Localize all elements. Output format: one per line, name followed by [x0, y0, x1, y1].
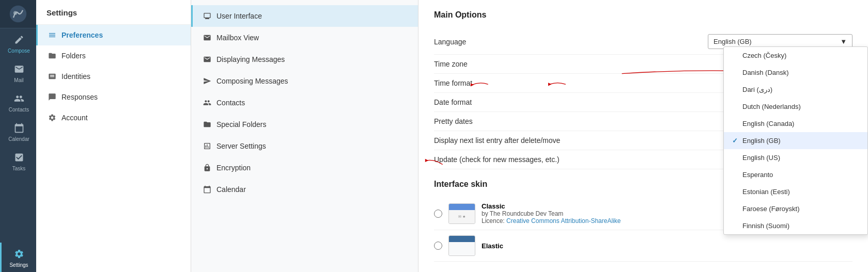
- sub-menu-special-folders-label: Special Folders: [216, 120, 267, 129]
- settings-menu-account[interactable]: Account: [36, 107, 191, 128]
- sub-menu-contacts[interactable]: Contacts: [191, 92, 418, 114]
- nav-item-tasks[interactable]: Tasks: [0, 146, 36, 175]
- pretty-dates-label: Pretty dates: [434, 117, 473, 125]
- update-label: Update (check for new messages, etc.): [434, 155, 560, 164]
- skin-classic-thumb: ✉ ★: [448, 203, 475, 224]
- sub-menu-displaying-messages[interactable]: Displaying Messages: [191, 49, 418, 70]
- skin-elastic-radio[interactable]: [434, 242, 442, 250]
- language-dropdown-overlay: Czech (Česky) Danish (Dansk) Dari (دری) …: [723, 46, 868, 235]
- sub-menu-server-settings[interactable]: Server Settings: [191, 135, 418, 157]
- svg-point-1: [13, 11, 17, 15]
- date-format-label: Date format: [434, 98, 472, 106]
- dropdown-item-danish[interactable]: Danish (Dansk): [724, 64, 867, 81]
- settings-menu-preferences[interactable]: Preferences: [36, 25, 191, 45]
- language-select-value: English (GB): [714, 38, 752, 45]
- nav-item-contacts[interactable]: Contacts: [0, 87, 36, 117]
- sub-menu-calendar[interactable]: Calendar: [191, 179, 418, 200]
- timezone-label: Time zone: [434, 60, 468, 68]
- compose-icon: [14, 35, 24, 46]
- skin-classic-author: by The Roundcube Dev Team: [482, 210, 621, 217]
- skin-elastic-thumb: [448, 235, 475, 256]
- skin-classic-radio[interactable]: [434, 210, 442, 218]
- display-next-label: Display next list entry after delete/mov…: [434, 136, 560, 145]
- settings-menu-responses[interactable]: Responses: [36, 87, 191, 107]
- skin-elastic-info: Elastic: [482, 242, 503, 250]
- nav-item-tasks-label: Tasks: [12, 166, 26, 171]
- language-label: Language: [434, 38, 466, 46]
- sub-menu-encryption[interactable]: Encryption: [191, 157, 418, 179]
- sub-menu-composing-messages-label: Composing Messages: [216, 77, 288, 85]
- skin-classic-license: Licence: Creative Commons Attribution-Sh…: [482, 217, 621, 225]
- settings-panel-header: Settings: [36, 0, 191, 25]
- sub-menu-displaying-messages-label: Displaying Messages: [216, 55, 285, 63]
- settings-menu-folders[interactable]: Folders: [36, 45, 191, 66]
- tasks-icon: [14, 152, 24, 164]
- contacts-icon: [14, 93, 24, 105]
- skin-elastic-name: Elastic: [482, 242, 503, 250]
- calendar-icon: [14, 123, 24, 134]
- dropdown-item-czech[interactable]: Czech (Česky): [724, 47, 867, 64]
- responses-label: Responses: [61, 93, 98, 101]
- chevron-down-icon: ▼: [840, 38, 847, 45]
- nav-item-mail-label: Mail: [14, 77, 23, 83]
- dropdown-item-dari[interactable]: Dari (دری): [724, 81, 867, 98]
- sub-settings-panel: User Interface Mailbox View Displaying M…: [191, 0, 419, 272]
- left-nav: Compose Mail Contacts Calendar Tasks: [0, 0, 36, 272]
- sub-menu-user-interface[interactable]: User Interface: [191, 5, 418, 27]
- nav-item-calendar[interactable]: Calendar: [0, 117, 36, 146]
- skin-elastic-row: Elastic: [434, 230, 853, 262]
- time-format-label: Time format: [434, 79, 472, 87]
- dropdown-item-faroese[interactable]: Faroese (Føroyskt): [724, 200, 867, 217]
- sub-menu-encryption-label: Encryption: [216, 164, 251, 172]
- settings-panel: Settings Preferences Folders Identities …: [36, 0, 191, 272]
- sub-menu-calendar-label: Calendar: [216, 185, 246, 194]
- main-options-title: Main Options: [434, 10, 853, 20]
- account-label: Account: [61, 114, 88, 122]
- nav-item-mail[interactable]: Mail: [0, 58, 36, 87]
- dropdown-item-esperanto[interactable]: Esperanto: [724, 166, 867, 183]
- settings-menu-identities[interactable]: Identities: [36, 66, 191, 87]
- main-content-panel: Main Options Language English (GB) ▼ Tim…: [419, 0, 868, 272]
- svg-marker-3: [425, 159, 427, 162]
- settings-icon: [14, 249, 24, 260]
- svg-point-0: [10, 6, 26, 22]
- skin-classic-info: Classic by The Roundcube Dev Team Licenc…: [482, 202, 621, 225]
- sub-menu-special-folders[interactable]: Special Folders: [191, 114, 418, 135]
- skin-classic-license-link[interactable]: Creative Commons Attribution-ShareAlike: [506, 217, 621, 225]
- sub-menu-server-settings-label: Server Settings: [216, 142, 266, 150]
- sub-menu-mailbox-view[interactable]: Mailbox View: [191, 27, 418, 49]
- nav-item-settings-label: Settings: [9, 262, 28, 268]
- dropdown-item-dutch[interactable]: Dutch (Nederlands): [724, 98, 867, 115]
- dropdown-item-finnish[interactable]: Finnish (Suomi): [724, 217, 867, 234]
- nav-item-compose[interactable]: Compose: [0, 28, 36, 58]
- nav-item-compose-label: Compose: [8, 48, 30, 54]
- sub-menu-mailbox-view-label: Mailbox View: [216, 34, 259, 42]
- identities-label: Identities: [61, 72, 90, 81]
- app-logo: [0, 0, 36, 28]
- nav-item-calendar-label: Calendar: [8, 136, 29, 142]
- sub-menu-composing-messages[interactable]: Composing Messages: [191, 70, 418, 92]
- dropdown-item-english-us[interactable]: English (US): [724, 149, 867, 166]
- dropdown-item-english-canada[interactable]: English (Canada): [724, 115, 867, 132]
- dropdown-item-english-gb[interactable]: ✓ English (GB): [724, 132, 867, 149]
- mail-icon: [14, 64, 24, 75]
- nav-item-contacts-label: Contacts: [9, 107, 29, 113]
- folders-label: Folders: [61, 52, 86, 60]
- preferences-label: Preferences: [61, 31, 103, 39]
- check-icon: ✓: [732, 137, 739, 145]
- dropdown-item-estonian[interactable]: Estonian (Eesti): [724, 183, 867, 200]
- sub-menu-contacts-label: Contacts: [216, 99, 245, 107]
- sub-menu-user-interface-label: User Interface: [216, 12, 262, 20]
- skin-classic-name: Classic: [482, 202, 621, 210]
- nav-item-settings[interactable]: Settings: [0, 243, 36, 272]
